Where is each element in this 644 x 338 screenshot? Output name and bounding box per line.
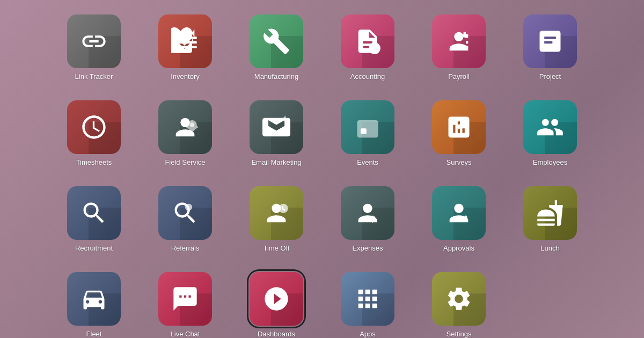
app-item-recruitment[interactable]: Recruitment bbox=[51, 172, 137, 252]
app-item-project[interactable]: Project bbox=[507, 0, 593, 80]
app-item-expenses[interactable]: $Expenses bbox=[325, 172, 411, 252]
app-item-surveys[interactable]: Surveys bbox=[416, 86, 502, 166]
app-item-fleet[interactable]: Fleet bbox=[51, 258, 137, 338]
app-label-time-off: Time Off bbox=[263, 244, 289, 252]
app-label-timesheets: Timesheets bbox=[76, 158, 112, 166]
app-item-approvals[interactable]: Approvals bbox=[416, 172, 502, 252]
app-icon-dashboards bbox=[250, 272, 303, 326]
svg-point-5 bbox=[185, 204, 192, 211]
app-icon-manufacturing bbox=[250, 14, 303, 68]
app-icon-project bbox=[523, 14, 577, 68]
app-label-apps: Apps bbox=[360, 330, 376, 338]
app-label-email-marketing: Email Marketing bbox=[251, 158, 301, 166]
app-item-settings[interactable]: Settings bbox=[416, 258, 502, 338]
app-item-live-chat[interactable]: Live Chat bbox=[142, 258, 228, 338]
app-item-employees[interactable]: Employees bbox=[507, 86, 593, 166]
app-icon-payroll bbox=[432, 14, 486, 68]
app-item-manufacturing[interactable]: Manufacturing bbox=[233, 0, 319, 80]
svg-rect-4 bbox=[361, 128, 367, 134]
app-icon-live-chat bbox=[158, 272, 212, 326]
app-label-settings: Settings bbox=[447, 330, 472, 338]
app-label-approvals: Approvals bbox=[443, 244, 474, 252]
app-item-payroll[interactable]: Payroll bbox=[416, 0, 502, 80]
svg-rect-3 bbox=[357, 120, 378, 138]
app-icon-settings bbox=[432, 272, 486, 326]
app-item-link-tracker[interactable]: Link Tracker bbox=[51, 0, 137, 80]
app-label-events: Events bbox=[357, 158, 378, 166]
app-label-inventory: Inventory bbox=[171, 72, 199, 80]
app-icon-employees bbox=[523, 100, 577, 154]
app-item-dashboards[interactable]: Dashboards bbox=[233, 258, 319, 338]
app-icon-expenses: $ bbox=[341, 186, 394, 240]
app-label-project: Project bbox=[539, 72, 561, 80]
svg-text:$: $ bbox=[370, 214, 375, 224]
app-icon-approvals bbox=[432, 186, 486, 240]
app-label-live-chat: Live Chat bbox=[171, 330, 200, 338]
app-item-field-service[interactable]: Field Service bbox=[142, 86, 228, 166]
app-icon-accounting bbox=[341, 14, 394, 68]
app-icon-field-service bbox=[158, 100, 212, 154]
app-icon-events bbox=[341, 100, 394, 154]
app-icon-inventory bbox=[158, 14, 212, 68]
app-item-apps[interactable]: Apps bbox=[325, 258, 411, 338]
app-label-link-tracker: Link Tracker bbox=[75, 72, 113, 80]
app-item-lunch[interactable]: Lunch bbox=[507, 172, 593, 252]
app-label-manufacturing: Manufacturing bbox=[254, 72, 298, 80]
app-label-expenses: Expenses bbox=[352, 244, 383, 252]
app-label-recruitment: Recruitment bbox=[75, 244, 113, 252]
app-item-time-off[interactable]: Time Off bbox=[233, 172, 319, 252]
app-item-events[interactable]: Events bbox=[325, 86, 411, 166]
app-icon-fleet bbox=[67, 272, 121, 326]
app-icon-link-tracker bbox=[67, 14, 121, 68]
app-icon-surveys bbox=[432, 100, 486, 154]
app-label-lunch: Lunch bbox=[540, 244, 559, 252]
app-item-inventory[interactable]: Inventory bbox=[142, 0, 228, 80]
app-item-accounting[interactable]: Accounting bbox=[325, 0, 411, 80]
app-label-referrals: Referrals bbox=[171, 244, 200, 252]
app-label-dashboards: Dashboards bbox=[258, 330, 295, 338]
app-label-surveys: Surveys bbox=[447, 158, 472, 166]
app-icon-lunch bbox=[523, 186, 577, 240]
app-item-timesheets[interactable]: Timesheets bbox=[51, 86, 137, 166]
app-icon-email-marketing bbox=[250, 100, 303, 154]
app-label-fleet: Fleet bbox=[86, 330, 102, 338]
app-icon-apps bbox=[341, 272, 394, 326]
app-grid: Link Tracker InventoryManufacturingAccou… bbox=[40, 0, 604, 338]
app-icon-time-off bbox=[250, 186, 303, 240]
app-icon-timesheets bbox=[67, 100, 121, 154]
app-label-field-service: Field Service bbox=[165, 158, 205, 166]
app-item-referrals[interactable]: Referrals bbox=[142, 172, 228, 252]
app-label-employees: Employees bbox=[533, 158, 567, 166]
app-label-payroll: Payroll bbox=[448, 72, 470, 80]
app-icon-referrals bbox=[158, 186, 212, 240]
app-label-accounting: Accounting bbox=[350, 72, 385, 80]
app-icon-recruitment bbox=[67, 186, 121, 240]
app-item-email-marketing[interactable]: Email Marketing bbox=[233, 86, 319, 166]
